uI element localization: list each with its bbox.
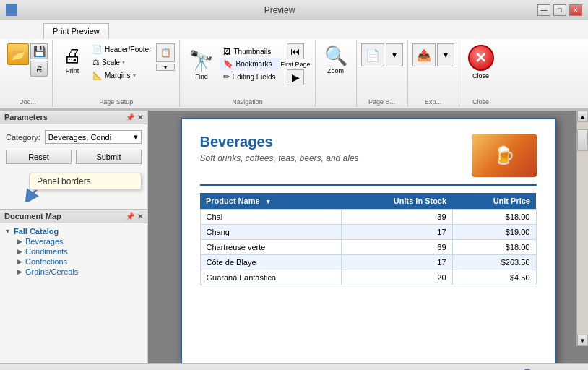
category-label: Category: (6, 133, 40, 142)
cell-name: Chai (200, 210, 341, 225)
tree-item-beverages[interactable]: ▶ Beverages (0, 236, 147, 246)
document-map-panel: Document Map 📌 ✕ ▼ Fall Catalog ▶ Bevera… (0, 210, 147, 363)
cell-name: Côte de Blaye (200, 255, 341, 270)
header-footer-button[interactable]: 📄 Header/Footer (89, 43, 155, 56)
export-button[interactable]: 📤 (412, 43, 436, 66)
print-button[interactable]: 🖨 Print (57, 43, 87, 76)
ribbon-content: 📂 💾 🖨 Doc... 🖨 Print 📄 Header/Footer (0, 39, 588, 110)
header-footer-label: Header/Footer (105, 46, 151, 53)
export-dropdown[interactable]: ▾ (437, 43, 454, 66)
bookmarks-label: Bookmarks (235, 60, 272, 68)
cell-price: $263.50 (452, 255, 536, 270)
editing-fields-button[interactable]: ✏ Editing Fields (220, 71, 279, 83)
cell-name: Chartreuse verte (200, 240, 341, 255)
reset-button[interactable]: Reset (6, 150, 72, 164)
zoom-label: Zoom (327, 67, 344, 74)
window-title: Preview (264, 5, 295, 15)
group-close-label: Close (472, 98, 489, 106)
category-dropdown[interactable]: Beverages, Condi ▾ (45, 130, 142, 144)
scroll-track[interactable] (577, 122, 588, 335)
submit-button[interactable]: Submit (76, 150, 142, 164)
group-export-label: Exp... (425, 98, 441, 106)
zoom-minus-button[interactable]: − (480, 367, 486, 371)
tree-root-label: Fall Catalog (14, 227, 59, 236)
group-doc-label: Doc... (19, 98, 36, 106)
open-doc-button[interactable]: 📂 (7, 43, 29, 65)
scroll-up-button[interactable]: ▲ (577, 111, 588, 122)
cell-price: $18.00 (452, 240, 536, 255)
tree-item-condiments[interactable]: ▶ Condiments (0, 246, 147, 257)
paper: Beverages Soft drinks, coffees, teas, be… (181, 118, 556, 363)
page-break-dropdown[interactable]: ▾ (386, 43, 403, 66)
close-preview-button[interactable]: ✕ Close (464, 43, 498, 81)
zoom-area: − + 100% (480, 367, 582, 371)
doc-map-header: Document Map 📌 ✕ (0, 210, 147, 223)
tree-root[interactable]: ▼ Fall Catalog (0, 226, 147, 236)
col-price: Unit Price (452, 193, 536, 210)
ribbon: Print Preview 📂 💾 🖨 Doc... 🖨 Print (0, 20, 588, 111)
tooltip-area: Panel borders (0, 173, 147, 209)
product-image: 🍺 (472, 134, 537, 177)
close-window-button[interactable]: ✕ (569, 4, 582, 16)
col-units: Units In Stock (341, 193, 452, 210)
table-row: Guaraná Fantástica 20 $4.50 (200, 270, 536, 285)
paper-header-row: Beverages Soft drinks, coffees, teas, be… (200, 134, 537, 186)
cell-units: 20 (341, 270, 452, 285)
tree-item-grains[interactable]: ▶ Grains/Cereals (0, 267, 147, 277)
ribbon-group-close: ✕ Close Close (459, 40, 503, 107)
cell-price: $19.00 (452, 225, 536, 240)
product-table: Product Name ▼ Units In Stock Unit Price… (200, 193, 537, 285)
scale-button[interactable]: ⚖ Scale ▾ (89, 56, 155, 69)
scroll-down-button[interactable]: ▼ (577, 335, 588, 346)
section-desc: Soft drinks, coffees, teas, beers, and a… (200, 153, 359, 163)
table-header-row: Product Name ▼ Units In Stock Unit Price (200, 193, 536, 210)
parameters-pin-button[interactable]: 📌 (126, 113, 134, 121)
cell-price: $18.00 (452, 210, 536, 225)
first-page-label: First Page (281, 61, 311, 68)
table-row: Chai 39 $18.00 (200, 210, 536, 225)
bookmarks-button[interactable]: 🔖 Bookmarks (220, 58, 279, 70)
first-page-button[interactable]: ⏮ (287, 43, 304, 59)
dropdown-arrow-icon: ▾ (134, 132, 138, 142)
ribbon-group-navigation: 🔭 Find 🖼 Thumbnails 🔖 Bookmarks ✏ Editin… (180, 40, 315, 107)
thumbnails-button[interactable]: 🖼 Thumbnails (220, 46, 279, 57)
confections-chevron-icon: ▶ (17, 258, 22, 265)
editing-fields-label: Editing Fields (232, 73, 275, 81)
print-small-button[interactable]: 🖨 (30, 61, 48, 77)
cell-units: 17 (341, 225, 452, 240)
doc-map-pin-button[interactable]: 📌 (126, 212, 134, 220)
zoom-plus-button[interactable]: + (550, 367, 556, 371)
cell-units: 69 (341, 240, 452, 255)
sort-icon: ▼ (265, 198, 272, 205)
find-label: Find (195, 73, 208, 80)
next-page-button[interactable]: ▶ (287, 69, 304, 85)
parameters-close-button[interactable]: ✕ (137, 113, 143, 121)
tab-print-preview[interactable]: Print Preview (43, 23, 109, 39)
ribbon-group-doc: 📂 💾 🖨 Doc... (3, 40, 53, 107)
vertical-scrollbar[interactable]: ▲ ▼ (576, 111, 588, 346)
doc-map-close-button[interactable]: ✕ (137, 212, 143, 220)
window-controls: — □ ✕ (537, 4, 582, 16)
beverages-chevron-icon: ▶ (17, 238, 22, 245)
save-button[interactable]: 💾 (30, 43, 48, 59)
col-product-name: Product Name ▼ (200, 193, 341, 210)
tree-item-confections[interactable]: ▶ Confections (0, 257, 147, 267)
page-setup-icon-1[interactable]: 📋 (156, 43, 175, 62)
zoom-button[interactable]: 🔍 Zoom (320, 43, 352, 76)
parameters-title: Parameters (4, 113, 48, 121)
section-title: Beverages (200, 134, 359, 150)
find-button[interactable]: 🔭 Find (184, 48, 218, 82)
cell-name: Chang (200, 225, 341, 240)
titlebar: Preview — □ ✕ (0, 0, 588, 20)
margins-button[interactable]: 📐 Margins ▾ (89, 69, 155, 82)
maximize-button[interactable]: □ (553, 4, 566, 16)
ribbon-group-zoom: 🔍 Zoom (316, 40, 357, 107)
page-break-button[interactable]: 📄 (361, 43, 384, 66)
cell-units: 17 (341, 255, 452, 270)
scroll-thumb[interactable] (577, 129, 588, 151)
minimize-button[interactable]: — (537, 4, 550, 16)
group-page-setup-label: Page Setup (99, 98, 133, 106)
ribbon-group-print: 🖨 Print 📄 Header/Footer ⚖ Scale ▾ 📐 (53, 40, 180, 107)
page-setup-expand[interactable]: ▾ (156, 64, 175, 71)
paper-left: Beverages Soft drinks, coffees, teas, be… (200, 134, 359, 172)
